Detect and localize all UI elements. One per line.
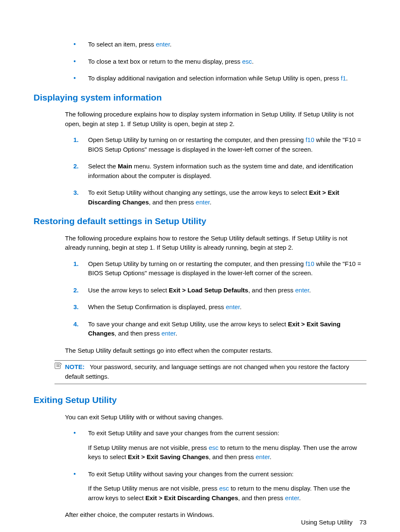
step-item: Open Setup Utility by turning on or rest… <box>65 135 366 154</box>
key-label: enter <box>161 330 175 337</box>
text: To select an item, press <box>88 41 156 48</box>
steps-list: Open Setup Utility by turning on or rest… <box>65 135 366 207</box>
list-item: To display additional navigation and sel… <box>73 74 366 83</box>
text: , and then press <box>149 199 196 206</box>
text: . <box>299 494 301 501</box>
text: Use the arrow keys to select <box>88 287 169 294</box>
section-intro: You can exit Setup Utility with or witho… <box>65 413 366 422</box>
text: . <box>240 303 242 310</box>
key-label: enter <box>196 199 210 206</box>
list-item: To exit Setup Utility and save your chan… <box>73 429 366 462</box>
text: . <box>175 330 177 337</box>
bold-text: Exit > Exit Saving Changes <box>128 453 209 460</box>
page-number: 73 <box>359 519 366 526</box>
bullet-head: To exit Setup Utility without saving you… <box>88 470 366 479</box>
bold-text: Main <box>118 163 132 170</box>
list-item: To close a text box or return to the men… <box>73 57 366 67</box>
text: . <box>309 287 311 294</box>
text: To exit Setup Utility without changing a… <box>88 189 309 196</box>
text: . <box>170 41 171 48</box>
text: Open Setup Utility by turning on or rest… <box>88 260 306 267</box>
key-label: enter <box>226 303 240 310</box>
note-box: NOTE: Your password, security, and langu… <box>55 360 366 384</box>
page-footer: Using Setup Utility 73 <box>301 518 366 527</box>
bullet-sub: If the Setup Utility menus are not visib… <box>88 484 366 503</box>
key-label: esc <box>209 444 218 451</box>
text: . <box>270 453 271 460</box>
step-item: Open Setup Utility by turning on or rest… <box>65 259 366 278</box>
bullet-sub: If Setup Utility menus are not visible, … <box>88 443 366 462</box>
bullet-head: To exit Setup Utility and save your chan… <box>88 429 366 438</box>
key-label: esc <box>219 485 229 492</box>
text: To display additional navigation and sel… <box>88 75 341 82</box>
list-item: To exit Setup Utility without saving you… <box>73 470 366 503</box>
list-item: To select an item, press enter. <box>73 40 366 49</box>
text: Open Setup Utility by turning on or rest… <box>88 136 306 143</box>
key-label: esc <box>242 58 252 65</box>
key-label: enter <box>295 287 309 294</box>
text: . <box>210 199 211 206</box>
step-item: Use the arrow keys to select Exit > Load… <box>65 286 366 295</box>
text: , and then press <box>248 287 295 294</box>
heading-displaying-system-information: Displaying system information <box>34 91 366 104</box>
note-text <box>86 363 90 370</box>
step-item: To exit Setup Utility without changing a… <box>65 188 366 207</box>
text: To close a text box or return to the men… <box>88 58 242 65</box>
note-icon <box>55 362 62 369</box>
text: . <box>346 75 348 82</box>
note-text: Your password, security, and language se… <box>65 363 349 380</box>
text: . <box>252 58 254 65</box>
exit-bullet-list: To exit Setup Utility and save your chan… <box>73 429 366 503</box>
section-intro: The following procedure explains how to … <box>65 110 366 129</box>
text: , and then press <box>209 453 256 460</box>
footer-label: Using Setup Utility <box>301 519 353 526</box>
section-intro: The following procedure explains how to … <box>65 234 366 253</box>
note-label: NOTE: <box>65 363 85 370</box>
key-label: f1 <box>341 75 346 82</box>
text: If Setup Utility menus are not visible, … <box>88 444 209 451</box>
key-label: f10 <box>306 260 314 267</box>
note-body: NOTE: Your password, security, and langu… <box>55 362 366 381</box>
text: When the Setup Confirmation is displayed… <box>88 303 226 310</box>
heading-restoring-defaults: Restoring default settings in Setup Util… <box>34 214 366 228</box>
text: , and then press <box>114 330 161 337</box>
text: , and then press <box>238 494 285 501</box>
heading-exiting-setup-utility: Exiting Setup Utility <box>34 393 366 407</box>
bold-text: Exit > Exit Discarding Changes <box>145 494 238 501</box>
key-label: f10 <box>306 136 314 143</box>
text: If the Setup Utility menus are not visib… <box>88 485 219 492</box>
step-item: When the Setup Confirmation is displayed… <box>65 302 366 312</box>
key-label: enter <box>256 453 270 460</box>
text: To save your change and exit Setup Utili… <box>88 320 288 328</box>
follow-text: The Setup Utility default settings go in… <box>65 346 366 356</box>
key-label: enter <box>156 41 170 48</box>
text: Select the <box>88 163 118 170</box>
step-item: Select the Main menu. System information… <box>65 162 366 181</box>
key-label: enter <box>285 494 299 501</box>
step-item: To save your change and exit Setup Utili… <box>65 320 366 338</box>
steps-list: Open Setup Utility by turning on or rest… <box>65 259 366 338</box>
intro-bullet-list: To select an item, press enter. To close… <box>73 40 366 83</box>
bold-text: Exit > Load Setup Defaults <box>169 287 249 294</box>
